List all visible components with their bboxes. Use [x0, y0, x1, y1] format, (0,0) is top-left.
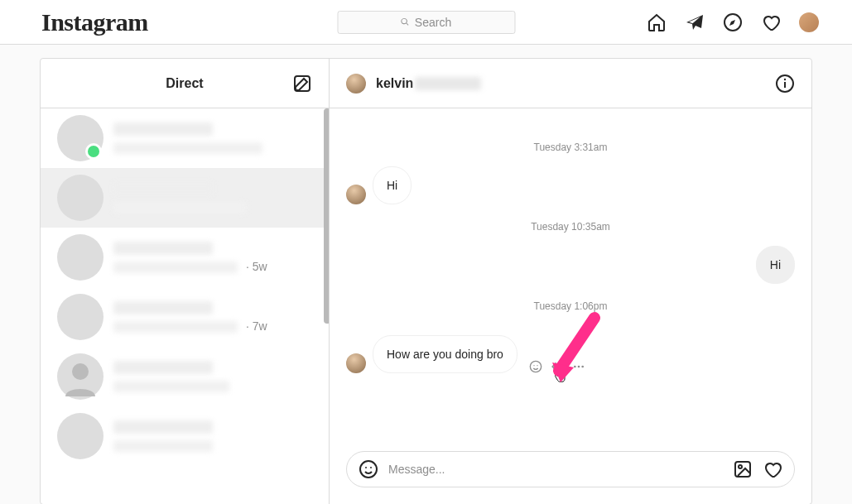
- avatar: [799, 12, 819, 32]
- message-actions: [529, 360, 585, 373]
- svg-rect-1: [295, 76, 310, 91]
- svg-point-9: [574, 366, 576, 368]
- nav-icon-group: [647, 12, 835, 32]
- svg-point-7: [533, 365, 534, 366]
- thread-name-redacted: [113, 122, 213, 136]
- svg-point-2: [72, 363, 89, 380]
- profile-avatar[interactable]: [799, 12, 819, 32]
- thread-preview-redacted: [113, 262, 238, 273]
- messenger-icon[interactable]: [685, 12, 705, 32]
- svg-point-6: [530, 361, 541, 372]
- thread-name-redacted: [113, 301, 213, 314]
- chat-header: kelvin: [330, 59, 811, 108]
- thread-name-redacted: [113, 361, 213, 374]
- timestamp: Tuesday 10:35am: [346, 221, 795, 233]
- emoji-icon[interactable]: [359, 459, 378, 479]
- message-bubble[interactable]: How are you doing bro: [373, 335, 517, 373]
- thread-item[interactable]: · 7w: [41, 287, 329, 347]
- heart-icon[interactable]: [763, 459, 782, 479]
- thread-item[interactable]: · 5w: [41, 228, 329, 287]
- message-input[interactable]: [388, 463, 723, 476]
- svg-point-11: [581, 366, 584, 368]
- username-redacted: [415, 77, 481, 90]
- thread-item[interactable]: [41, 347, 329, 406]
- compose-icon[interactable]: [292, 74, 312, 94]
- message-list[interactable]: Tuesday 3:31am Hi Tuesday 10:35am Hi Tue…: [330, 108, 811, 451]
- heart-icon[interactable]: [761, 12, 781, 32]
- avatar[interactable]: [346, 185, 366, 204]
- thread-name-redacted: [113, 420, 213, 434]
- sidebar: Direct: [41, 59, 330, 504]
- chat-username[interactable]: kelvin: [376, 76, 481, 91]
- thread-preview-redacted: [113, 381, 229, 392]
- explore-icon[interactable]: [723, 12, 743, 32]
- thread-preview-redacted: [113, 142, 262, 154]
- avatar: [57, 115, 103, 161]
- thread-item[interactable]: [41, 168, 329, 228]
- thread-name-redacted: [113, 242, 213, 255]
- thread-preview-redacted: [113, 202, 246, 214]
- more-icon[interactable]: [572, 360, 585, 373]
- svg-point-8: [537, 365, 537, 366]
- message-bubble[interactable]: Hi: [756, 246, 795, 284]
- search-icon: [401, 17, 410, 26]
- react-emoji-icon[interactable]: [529, 360, 542, 373]
- search-placeholder: Search: [415, 16, 451, 29]
- timestamp: Tuesday 3:31am: [346, 142, 795, 153]
- thread-item[interactable]: [41, 108, 329, 168]
- timestamp: Tuesday 1:06pm: [346, 300, 795, 312]
- message-row: How are you doing bro: [346, 335, 795, 373]
- svg-point-14: [365, 467, 367, 468]
- image-icon[interactable]: [733, 459, 753, 479]
- avatar[interactable]: [346, 74, 366, 94]
- message-composer: [346, 451, 795, 487]
- avatar: [57, 294, 103, 340]
- message-row: Hi: [346, 246, 795, 284]
- avatar: [57, 353, 103, 400]
- avatar[interactable]: [346, 353, 366, 373]
- sidebar-header: Direct: [41, 59, 329, 108]
- avatar: [57, 413, 103, 459]
- avatar: [57, 234, 103, 281]
- thread-time: · 5w: [246, 260, 267, 273]
- thread-item[interactable]: [41, 406, 329, 466]
- svg-point-15: [370, 467, 372, 468]
- message-row: Hi: [346, 166, 795, 204]
- chat-panel: kelvin Tuesday 3:31am Hi Tuesday 10:35am…: [330, 59, 811, 504]
- message-bubble[interactable]: Hi: [373, 166, 412, 204]
- top-nav: Instagram Search: [0, 0, 852, 45]
- sidebar-title: Direct: [166, 76, 203, 91]
- scrollbar[interactable]: [324, 108, 329, 324]
- svg-point-17: [739, 465, 742, 468]
- info-icon[interactable]: [775, 74, 795, 94]
- avatar: [57, 175, 103, 221]
- thread-time: · 7w: [246, 319, 267, 333]
- svg-point-13: [360, 461, 377, 478]
- search-input[interactable]: Search: [337, 11, 515, 34]
- svg-point-5: [784, 78, 786, 79]
- thread-preview-redacted: [113, 321, 238, 333]
- home-icon[interactable]: [647, 12, 667, 32]
- thread-list[interactable]: · 5w · 7w: [41, 108, 329, 504]
- svg-point-10: [578, 366, 580, 368]
- direct-container: Direct: [40, 58, 812, 504]
- thread-name-redacted: [113, 182, 213, 195]
- reply-icon[interactable]: [551, 360, 564, 373]
- svg-rect-16: [735, 462, 750, 477]
- thread-preview-redacted: [113, 440, 213, 452]
- brand-logo[interactable]: Instagram: [17, 8, 148, 36]
